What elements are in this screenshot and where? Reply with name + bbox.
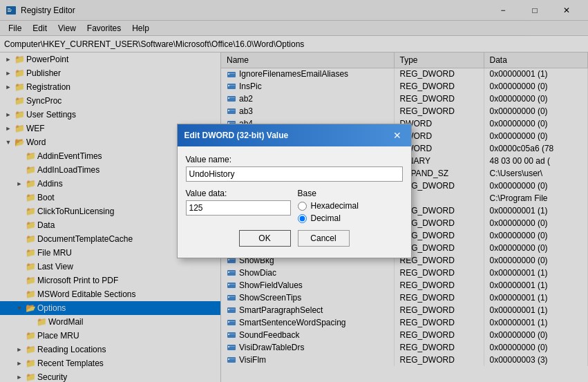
dialog-close-button[interactable]: ✕ — [390, 128, 404, 142]
dialog-title-bar: Edit DWORD (32-bit) Value ✕ — [178, 124, 411, 146]
value-data-input[interactable] — [186, 200, 291, 216]
dialog-body: Value name: Value data: Base Hexadecimal — [178, 146, 411, 258]
dialog-title-text: Edit DWORD (32-bit) Value — [184, 131, 289, 140]
dialog-data-base-row: Value data: Base Hexadecimal Decimal — [186, 189, 403, 226]
value-name-label: Value name: — [186, 155, 403, 164]
value-data-section: Value data: — [186, 189, 291, 226]
value-name-field: Value name: — [186, 155, 403, 182]
hex-radio[interactable] — [298, 202, 307, 211]
edit-dword-dialog: Edit DWORD (32-bit) Value ✕ Value name: … — [177, 124, 412, 258]
decimal-label: Decimal — [311, 213, 341, 223]
ok-button[interactable]: OK — [239, 230, 291, 247]
hex-label: Hexadecimal — [311, 201, 359, 211]
base-label: Base — [298, 189, 403, 198]
base-section: Base Hexadecimal Decimal — [298, 189, 403, 226]
decimal-radio[interactable] — [298, 214, 307, 223]
hex-radio-row: Hexadecimal — [298, 201, 403, 211]
value-name-input[interactable] — [186, 166, 403, 182]
dialog-buttons: OK Cancel — [186, 226, 403, 249]
decimal-radio-row: Decimal — [298, 213, 403, 223]
cancel-button[interactable]: Cancel — [298, 230, 350, 247]
value-data-label: Value data: — [186, 189, 291, 198]
dialog-overlay: Edit DWORD (32-bit) Value ✕ Value name: … — [0, 0, 588, 382]
